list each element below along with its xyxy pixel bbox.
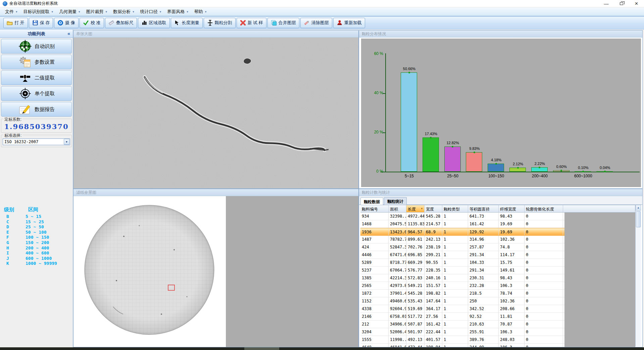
table-row[interactable]: 21234906.07507.87161.421210.6370.870 — [360, 320, 564, 328]
column-header-2[interactable]: 长度▼ — [406, 205, 425, 213]
table-cell: 68.9 — [425, 228, 442, 235]
chevron-down-icon: ▾ — [16, 10, 17, 13]
particle-split-button[interactable]: 颗粒分割 — [204, 18, 236, 28]
menu-item-4[interactable]: 数据分析▾ — [110, 8, 137, 16]
bar-marker-dot — [408, 72, 410, 73]
sidebar-collapse-button[interactable]: « — [67, 30, 70, 38]
table-scrollbar[interactable]: ▲ — [635, 205, 641, 346]
table-cell: 67064.76 — [389, 267, 406, 274]
table-row[interactable]: 256542973.84549.21151.571232.28106.30 — [360, 282, 564, 290]
menu-item-7[interactable]: 帮助▾ — [191, 8, 210, 16]
table-row[interactable]: 115249460.6535.43147.641250102.360 — [360, 297, 564, 305]
app-logo-icon — [3, 1, 7, 6]
length-measure-icon — [174, 20, 180, 26]
chart-bar-15~25[interactable] — [423, 137, 439, 172]
merge-layers-icon — [271, 20, 277, 26]
column-header-0[interactable]: 颗料编号 — [360, 205, 389, 213]
scrollbar-thumb[interactable] — [636, 211, 641, 227]
length-measure-button[interactable]: 长度测量 — [171, 18, 203, 28]
column-header-3[interactable]: 宽度 — [425, 205, 442, 213]
column-header-6[interactable]: 纤维宽度 — [499, 205, 525, 213]
table-cell: 1 — [442, 313, 468, 320]
table-cell: 492.13 — [406, 336, 425, 343]
table-row[interactable]: 93432398...4972.44545.281641.7398.430 — [360, 213, 564, 220]
table-row[interactable]: 523767064.76576.77228.351291.34149.610 — [360, 267, 564, 274]
column-header-1[interactable]: 面积 — [389, 205, 406, 213]
sidebar-button-single-extract[interactable]: 单个提取 — [1, 86, 72, 101]
table-row[interactable]: 433892604.94519.69364.171342.52208.660 — [360, 305, 564, 313]
column-header-4[interactable]: 颗粒类型 — [442, 205, 468, 213]
column-header-7[interactable]: 轮廓骨骼化长度 — [525, 205, 563, 213]
table-row[interactable]: 138542214.33572.83240.161230.3198.430 — [360, 274, 564, 282]
table-cell: 0 — [525, 259, 563, 266]
table-cell: 1 — [442, 213, 468, 220]
column-header-5[interactable]: 等积圆直径 — [468, 205, 499, 213]
table-cell: 232.28 — [468, 282, 499, 289]
chart-bar-5~15[interactable] — [401, 72, 417, 172]
toolbar-button-label: 校 准 — [91, 20, 101, 26]
table-cell: 4446 — [360, 251, 389, 258]
menu-item-1[interactable]: 目标识别提取▾ — [20, 8, 56, 16]
camera-button[interactable]: 摄 像 — [54, 18, 79, 28]
table-cell: 1 — [442, 328, 468, 336]
standard-select[interactable]: ISO 16232-2007 ▼ — [3, 138, 70, 145]
sidebar-button-parameter-settings[interactable]: 参数设置 — [1, 55, 72, 69]
table-cell: 0 — [525, 236, 563, 243]
level-range: 5 ~ 15 — [26, 214, 41, 219]
table-row[interactable]: 187237901.45545.28198.821218.578.740 — [360, 290, 564, 297]
menu-item-2[interactable]: 几何测量▾ — [56, 8, 83, 16]
tab-1[interactable]: 颗粒统计 — [384, 197, 407, 206]
menu-item-3[interactable]: 图片裁剪▾ — [83, 8, 110, 16]
table-cell: 106.3 — [499, 282, 525, 289]
table-cell: 1487 — [360, 236, 389, 243]
level-code: K — [3, 261, 26, 266]
save-button[interactable]: 保 存 — [29, 18, 53, 28]
calibrate-check-button[interactable]: 校 准 — [80, 18, 104, 28]
reload-button[interactable]: 重新加载 — [333, 18, 365, 28]
table-row[interactable]: 52898718.77669.2990.551104.3315.750 — [360, 259, 564, 267]
table-cell: 161.42 — [425, 320, 442, 328]
bar-value-label: 17.43% — [418, 132, 443, 136]
table-cell: 1 — [442, 259, 468, 266]
table-row[interactable]: 444667471.63696.85299.211291.34114.170 — [360, 251, 564, 259]
table-cell: 0 — [525, 320, 563, 328]
level-row: K1000 ~ 99999 — [3, 261, 70, 266]
toolbar-button-label: 颗粒分割 — [215, 20, 232, 26]
menu-item-6[interactable]: 界面风格▾ — [164, 8, 191, 16]
table-cell: 11.81 — [499, 313, 525, 320]
calibration-groupbox: 定标系数: 1.9685039370 — [1, 119, 72, 133]
micrograph-image[interactable] — [73, 38, 358, 188]
sidebar-button-binary-extract[interactable]: 二值提取 — [1, 70, 72, 85]
x-category-label: 200~400 — [525, 174, 555, 178]
table-row[interactable]: 464846841.09472.44190.941244.09106.30 — [360, 344, 564, 347]
scroll-up-icon[interactable]: ▲ — [636, 205, 641, 211]
table-cell: 535.43 — [406, 297, 425, 305]
chart-bar-100~150[interactable] — [488, 164, 504, 172]
table-row[interactable]: 320452006.48501.97222.441255.91106.30 — [360, 328, 564, 336]
table-row[interactable]: 193613423.03964.5768.91129.9219.690 — [360, 228, 564, 236]
chevron-down-icon[interactable]: ▼ — [64, 139, 69, 145]
table-row[interactable]: 148778782.78899.61242.131314.96102.360 — [360, 236, 564, 243]
table-row[interactable]: 42452847.36702.76238.191257.8774.80 — [360, 243, 564, 251]
clear-layers-button[interactable]: 清除图层 — [300, 18, 332, 28]
open-folder-button[interactable]: 打 开 — [3, 18, 28, 28]
sidebar-button-auto-recognize[interactable]: 自动识别 — [1, 39, 72, 54]
table-row[interactable]: 146820475.541135.83214.571161.4219.690 — [360, 220, 564, 228]
close-button[interactable]: × — [629, 0, 644, 7]
overlay-ruler-button[interactable]: 叠加标尺 — [105, 18, 137, 28]
level-range: 400 ~ 600 — [26, 250, 49, 256]
chart-bar-25~50[interactable] — [444, 147, 461, 172]
chart-bar-50~100[interactable] — [466, 152, 482, 172]
table-row[interactable]: 155511998...492.13401.571389.76248.030 — [360, 336, 564, 344]
new-sample-button[interactable]: 新 试 样 — [237, 18, 266, 28]
level-code: G — [3, 240, 26, 245]
filter-paper-image[interactable] — [73, 196, 226, 347]
restore-button[interactable] — [614, 0, 629, 7]
minimize-button[interactable]: — — [599, 0, 614, 7]
merge-layers-button[interactable]: 合并图层 — [267, 18, 299, 28]
menu-item-5[interactable]: 统计口径▾ — [137, 8, 164, 16]
table-row[interactable]: 21466758.01517.7227.56192.5211.810 — [360, 313, 564, 320]
region-select-button[interactable]: 区域选取 — [138, 18, 170, 28]
sidebar-button-data-report[interactable]: 数据报告 — [1, 102, 72, 117]
menu-item-0[interactable]: 文件▾ — [2, 8, 20, 16]
